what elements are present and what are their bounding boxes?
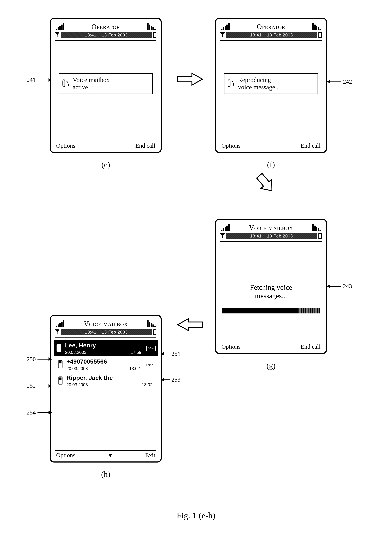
panel-label-e: (e) <box>50 160 162 169</box>
page-title: Voice mailbox <box>64 319 147 328</box>
mobile-phone-icon <box>56 344 62 353</box>
status-bar: 18:41 13 Feb 2003 <box>220 233 322 241</box>
list-item[interactable]: Ripper, Jack the 20.03.2003 13:02 <box>55 373 156 389</box>
content: Voice mailbox active... <box>55 43 156 141</box>
divider <box>220 40 322 41</box>
list-item-name: Lee, Henry <box>65 342 143 349</box>
signal-left-icon <box>56 320 64 327</box>
status-date: 13 Feb 2003 <box>267 234 293 239</box>
content: Lee, Henry 20.03.2003 17:59 new +4907005… <box>55 340 156 450</box>
antenna-icon <box>220 233 225 239</box>
antenna-icon <box>220 32 225 38</box>
left-softkey[interactable]: Options <box>56 142 75 149</box>
divider <box>55 337 156 338</box>
status-bar: 18:41 13 Feb 2003 <box>55 32 156 40</box>
battery-icon <box>318 32 322 38</box>
list-item-name: Ripper, Jack the <box>66 374 154 381</box>
right-softkey[interactable]: End call <box>301 343 321 350</box>
callout-254: 254 <box>27 409 52 416</box>
left-softkey[interactable]: Options <box>221 343 241 350</box>
right-softkey[interactable]: Exit <box>145 452 155 459</box>
header: Voice mailbox <box>55 319 156 329</box>
screen-e: Operator 18:41 13 Feb 2003 Voice mailbox… <box>50 18 162 153</box>
status-strip: 18:41 13 Feb 2003 <box>61 32 152 38</box>
status-strip: 18:41 13 Feb 2003 <box>226 32 317 38</box>
content: Fetching voice messages... <box>220 244 322 342</box>
svg-rect-1 <box>58 345 60 347</box>
signal-right-icon <box>312 224 321 231</box>
signal-left-icon <box>221 224 230 231</box>
left-softkey[interactable]: Options <box>221 142 241 149</box>
battery-icon <box>153 330 156 335</box>
list-item-name: +49070055566 <box>66 358 142 365</box>
header: Operator <box>55 22 156 32</box>
scroll-down-icon[interactable]: ▼ <box>107 452 113 459</box>
callout-253: 253 <box>161 376 180 383</box>
status-date: 13 Feb 2003 <box>102 330 128 335</box>
status-date: 13 Feb 2003 <box>267 33 293 37</box>
signal-left-icon <box>221 23 230 30</box>
content: Reproducing voice message... <box>220 43 322 141</box>
list-item-date: 20.03.2003 <box>65 350 86 355</box>
panel-label-g: (g) <box>215 361 327 370</box>
signal-right-icon <box>312 23 321 30</box>
signal-right-icon <box>147 23 156 30</box>
list-item-time: 13:02 <box>129 366 140 371</box>
right-softkey[interactable]: End call <box>301 142 321 149</box>
progress-bar <box>222 308 320 313</box>
svg-rect-5 <box>59 378 62 380</box>
page-title: Operator <box>230 22 312 31</box>
figure-caption: Fig. 1 (e-h) <box>0 511 392 520</box>
signal-right-icon <box>147 320 156 327</box>
callout-250: 250 <box>27 356 52 363</box>
status-time: 18:41 <box>85 330 97 335</box>
list-item-date: 20.03.2003 <box>66 382 88 387</box>
softkey-bar: Options End call <box>55 141 156 149</box>
list-item-date: 20.03.2003 <box>66 366 88 371</box>
flow-arrow-icon <box>176 317 204 333</box>
divider <box>55 40 156 41</box>
status-strip: 18:41 13 Feb 2003 <box>226 233 317 239</box>
message-text: Reproducing voice message... <box>238 76 280 91</box>
mobile-phone-icon <box>57 376 63 386</box>
status-strip: 18:41 13 Feb 2003 <box>61 329 152 335</box>
phone-handset-icon <box>228 79 235 88</box>
list-item[interactable]: +49070055566 20.03.2003 13:02 new <box>55 356 156 373</box>
header: Voice mailbox <box>220 224 322 233</box>
right-softkey[interactable]: End call <box>135 142 155 149</box>
loading-text: Fetching voice messages... <box>220 283 322 300</box>
page-title: Operator <box>64 22 147 31</box>
mobile-phone-icon <box>57 360 63 369</box>
flow-arrow-icon <box>254 167 277 200</box>
battery-icon <box>318 233 322 239</box>
screen-h: Voice mailbox 18:41 13 Feb 2003 Lee, Hen… <box>50 315 162 462</box>
list-item-time: 17:59 <box>131 350 141 355</box>
status-time: 18:41 <box>250 33 262 37</box>
softkey-bar: Options End call <box>220 141 322 149</box>
new-badge: new <box>145 362 154 367</box>
phone-handset-icon <box>62 79 69 88</box>
status-time: 18:41 <box>250 234 262 239</box>
softkey-bar: Options End call <box>220 342 322 350</box>
status-time: 18:41 <box>85 33 97 37</box>
callout-243: 243 <box>327 283 352 290</box>
screen-f: Operator 18:41 13 Feb 2003 Reproducing v… <box>215 18 327 153</box>
panel-label-h: (h) <box>50 470 162 479</box>
flow-arrow-icon <box>176 71 204 88</box>
callout-252: 252 <box>27 383 52 389</box>
antenna-icon <box>55 32 59 38</box>
status-message: Voice mailbox active... <box>59 73 153 94</box>
battery-icon <box>153 32 156 38</box>
status-bar: 18:41 13 Feb 2003 <box>55 329 156 337</box>
left-softkey[interactable]: Options <box>56 452 75 459</box>
divider <box>220 241 322 242</box>
callout-241: 241 <box>27 77 52 83</box>
status-bar: 18:41 13 Feb 2003 <box>220 32 322 40</box>
signal-left-icon <box>56 23 64 30</box>
list-item[interactable]: Lee, Henry 20.03.2003 17:59 new <box>54 340 158 356</box>
callout-242: 242 <box>327 78 352 85</box>
status-message: Reproducing voice message... <box>224 73 318 94</box>
new-badge: new <box>146 346 156 351</box>
callout-251: 251 <box>161 350 180 357</box>
header: Operator <box>220 22 322 32</box>
